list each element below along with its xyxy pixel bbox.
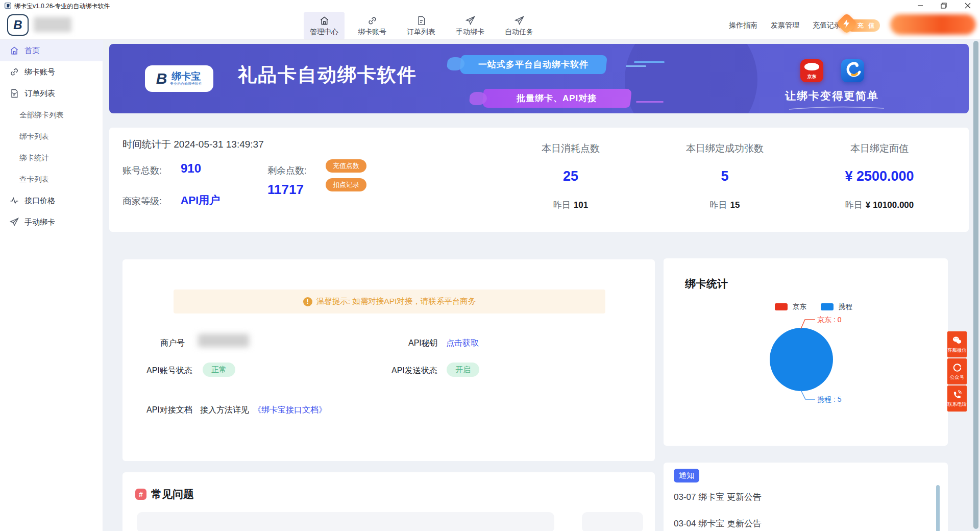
points-label: 剩余点数: [267, 164, 307, 177]
nav-label: 绑卡账号 [358, 28, 386, 37]
bind-stats-panel: 绑卡统计 京东 携程 京东 : 0 携程 : 5 [664, 258, 948, 446]
send-icon [514, 15, 525, 26]
banner-slogan: 让绑卡变得更简单 [785, 89, 879, 103]
sidebar-item-order-list[interactable]: 订单列表 [0, 83, 103, 104]
official-account-icon [952, 363, 962, 373]
window-titlebar: 绑卡宝v1.0.26-专业的自动绑卡软件 [0, 0, 980, 11]
pulse-icon [9, 196, 19, 206]
float-label: 联系电话 [947, 401, 967, 408]
notice-item[interactable]: 03-04 绑卡宝 更新公告 [674, 518, 762, 529]
hash-icon: # [135, 489, 146, 500]
sidebar-label: 全部绑卡列表 [19, 110, 64, 120]
send-icon [465, 15, 476, 26]
account-total-label: 账号总数: [122, 164, 162, 177]
contact-phone-button[interactable]: 联系电话 [947, 385, 967, 412]
main-content: B 绑卡宝 专业的自动绑卡软件 礼品卡自动绑卡软件 一站式多平台自动绑卡软件 批… [103, 40, 980, 531]
sidebar-item-api-price[interactable]: 接口价格 [0, 190, 103, 211]
get-secret-link[interactable]: 点击获取 [446, 338, 479, 349]
tab-management-center[interactable]: 管理中心 [304, 12, 345, 39]
warning-text: 温馨提示: 如需对接API对接，请联系平台商务 [316, 296, 476, 307]
notice-scrollbar[interactable] [936, 485, 940, 531]
recharge-points-button[interactable]: 充值点数 [326, 159, 366, 173]
faq-item[interactable] [137, 512, 554, 531]
brand-logo: B [7, 14, 29, 36]
stats-time-text: 时间统计于 2024-05-31 13:49:37 [122, 138, 264, 151]
sidebar-label: 绑卡统计 [19, 153, 49, 163]
merchant-level-value: API用户 [181, 193, 220, 207]
stat-col-consumed-points: 本日消耗点数 25 昨日101 [489, 128, 652, 232]
window-title: 绑卡宝v1.0.26-专业的自动绑卡软件 [14, 2, 110, 11]
floating-contact-menu: 客服微信 公众号 联系电话 [947, 331, 967, 413]
sidebar-label: 手动绑卡 [24, 218, 55, 227]
faq-item[interactable] [582, 512, 643, 531]
link-recharge-records[interactable]: 充值记录 [813, 21, 841, 30]
banner-decoration-circle [625, 44, 757, 113]
link-operation-guide[interactable]: 操作指南 [729, 21, 757, 30]
recharge-button[interactable]: 充 值 [839, 15, 882, 36]
deduct-records-button[interactable]: 扣点记录 [326, 178, 366, 191]
link-invoice-management[interactable]: 发票管理 [771, 21, 799, 30]
api-doc-link[interactable]: 《绑卡宝接口文档》 [253, 405, 327, 416]
window-scrollbar[interactable] [973, 41, 978, 529]
link-icon [367, 15, 378, 26]
sidebar-item-bind-accounts[interactable]: 绑卡账号 [0, 61, 103, 83]
banner-streak [636, 101, 664, 103]
api-send-status-label: API发送状态 [391, 366, 437, 376]
tab-bind-accounts[interactable]: 绑卡账号 [352, 12, 393, 39]
pie-callout-ctrip: 携程 : 5 [817, 395, 841, 404]
home-icon [9, 45, 19, 56]
phone-icon [952, 390, 962, 400]
api-info-panel: ! 温馨提示: 如需对接API对接，请联系平台商务 商户号 API秘钥 点击获取… [122, 259, 655, 461]
sidebar-item-check-card-list[interactable]: 查卡列表 [0, 168, 103, 190]
faq-panel: # 常见问题 [122, 472, 655, 531]
sidebar-label: 绑卡列表 [19, 132, 49, 141]
wechat-icon [952, 335, 962, 346]
official-account-button[interactable]: 公众号 [947, 358, 967, 384]
api-doc-text: 接入方法详见 [200, 405, 249, 416]
banner-tag-1: 一站式多平台自动绑卡软件 [459, 55, 607, 74]
wechat-service-button[interactable]: 客服微信 [947, 331, 967, 357]
api-doc-label: API对接文档 [146, 405, 192, 416]
sidebar-label: 查卡列表 [19, 175, 49, 184]
points-value: 11717 [267, 182, 304, 198]
promo-banner: B 绑卡宝 专业的自动绑卡软件 礼品卡自动绑卡软件 一站式多平台自动绑卡软件 批… [109, 44, 969, 113]
sidebar-item-all-bind-list[interactable]: 全部绑卡列表 [0, 104, 103, 126]
minimize-button[interactable] [909, 0, 932, 11]
float-label: 客服微信 [947, 347, 967, 354]
banner-logo: B 绑卡宝 专业的自动绑卡软件 [145, 65, 213, 92]
api-account-status-badge: 正常 [203, 363, 235, 377]
sidebar-label: 订单列表 [24, 89, 55, 99]
jd-icon: 京东 [800, 59, 823, 82]
faq-title: 常见问题 [151, 487, 194, 501]
sidebar-item-manual-bind[interactable]: 手动绑卡 [0, 211, 103, 233]
restore-button[interactable] [933, 0, 955, 11]
tab-auto-task[interactable]: 自动任务 [499, 12, 540, 39]
nav-label: 管理中心 [310, 28, 338, 37]
sidebar-item-bind-list[interactable]: 绑卡列表 [0, 126, 103, 147]
send-icon [9, 217, 19, 227]
sidebar-item-bind-stats[interactable]: 绑卡统计 [0, 147, 103, 168]
banner-streak [634, 61, 665, 63]
notice-item[interactable]: 03-07 绑卡宝 更新公告 [674, 491, 762, 503]
banner-streak [626, 65, 646, 67]
nav-label: 订单列表 [407, 28, 435, 37]
warning-banner: ! 温馨提示: 如需对接API对接，请联系平台商务 [174, 289, 605, 313]
tab-manual-bind[interactable]: 手动绑卡 [450, 12, 491, 39]
api-secret-label: API秘钥 [408, 338, 438, 349]
notice-badge: 通知 [674, 469, 699, 482]
ctrip-icon [841, 59, 864, 82]
slogan-underline [788, 104, 885, 111]
brand-name-blurred [34, 17, 71, 32]
nav-label: 手动绑卡 [456, 28, 484, 37]
app-icon [4, 2, 12, 9]
pie-chart [664, 258, 948, 446]
sidebar-item-home[interactable]: 首页 [0, 40, 103, 61]
api-send-status-badge: 开启 [447, 363, 479, 377]
float-label: 公众号 [950, 374, 965, 381]
app-header: B 管理中心 绑卡账号 订单列表 手动绑卡 自动任务 操作指南 发票管理 充值记… [0, 11, 980, 40]
user-account-button-blurred[interactable] [890, 14, 976, 35]
notice-panel: 通知 03-07 绑卡宝 更新公告 03-04 绑卡宝 更新公告 [664, 463, 948, 531]
tab-order-list[interactable]: 订单列表 [401, 12, 442, 39]
close-button[interactable] [957, 0, 979, 11]
merchant-no-value-blurred [198, 334, 249, 347]
